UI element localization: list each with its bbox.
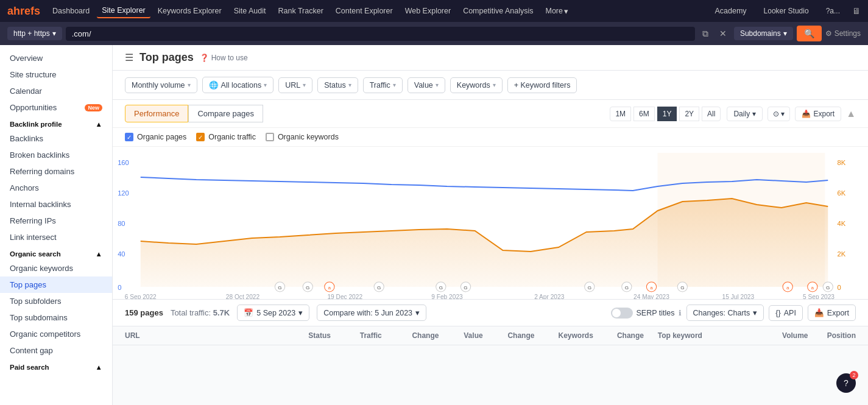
- col-value[interactable]: Value: [453, 331, 493, 340]
- subdomains-button[interactable]: Subdomains ▾: [734, 27, 793, 40]
- performance-tab[interactable]: Performance: [125, 105, 188, 122]
- status-filter[interactable]: Status ▾: [317, 77, 358, 93]
- col-change-keywords[interactable]: Change: [603, 331, 658, 340]
- nav-rank-tracker[interactable]: Rank Tracker: [273, 4, 328, 18]
- nav-looker-studio[interactable]: Looker Studio: [759, 4, 814, 18]
- how-to-use-link[interactable]: ❓ How to use: [200, 54, 248, 62]
- organic-traffic-checkbox[interactable]: ✓: [196, 133, 205, 141]
- sidebar: Overview Site structure Calendar Opportu…: [0, 45, 113, 405]
- svg-text:a: a: [328, 285, 331, 291]
- nav-more[interactable]: More ▾: [540, 4, 573, 18]
- traffic-filter[interactable]: Traffic ▾: [363, 77, 403, 93]
- nav-dashboard[interactable]: Dashboard: [48, 4, 94, 18]
- keyword-filters-button[interactable]: + Keyword filters: [507, 77, 577, 93]
- compare-pages-tab[interactable]: Compare pages: [188, 105, 263, 122]
- nav-academy[interactable]: Academy: [710, 4, 751, 18]
- sidebar-item-link-intersect[interactable]: Link intersect: [0, 229, 112, 245]
- sidebar-item-opportunities[interactable]: Opportunities New: [0, 99, 112, 116]
- organic-keywords-checkbox[interactable]: [266, 133, 274, 141]
- sidebar-item-top-subfolders[interactable]: Top subfolders: [0, 293, 112, 309]
- clear-url-button[interactable]: ✕: [716, 26, 730, 41]
- col-volume[interactable]: Volume: [760, 331, 808, 340]
- opportunities-badge: New: [85, 104, 102, 111]
- col-change-value[interactable]: Change: [494, 331, 549, 340]
- menu-icon[interactable]: ☰: [125, 52, 133, 63]
- nav-user[interactable]: ?a...: [821, 4, 845, 18]
- api-button[interactable]: {} API: [769, 305, 803, 321]
- settings-button[interactable]: ⚙ Settings: [825, 29, 861, 38]
- all-locations-filter[interactable]: 🌐 All locations ▾: [202, 77, 274, 93]
- 2y-button[interactable]: 2Y: [679, 107, 699, 121]
- serp-toggle-switch[interactable]: [611, 308, 633, 319]
- export-chart-button[interactable]: 📥 Export: [795, 107, 841, 121]
- logo[interactable]: ahrefs: [7, 5, 40, 18]
- nav-web-explorer[interactable]: Web Explorer: [400, 4, 456, 18]
- col-position[interactable]: Position: [808, 331, 856, 340]
- serp-titles-info-icon[interactable]: ℹ: [679, 309, 682, 317]
- sidebar-item-anchors[interactable]: Anchors: [0, 180, 112, 196]
- help-button[interactable]: ? 2: [836, 373, 856, 393]
- svg-text:80: 80: [118, 220, 125, 227]
- daily-button[interactable]: Daily ▾: [727, 107, 763, 121]
- backlink-profile-section[interactable]: Backlink profile ▲: [0, 116, 112, 130]
- 1m-button[interactable]: 1M: [610, 107, 631, 121]
- value-filter[interactable]: Value ▾: [408, 77, 445, 93]
- col-url[interactable]: URL: [125, 331, 295, 340]
- organic-search-section[interactable]: Organic search ▲: [0, 245, 112, 260]
- 6m-button[interactable]: 6M: [633, 107, 655, 121]
- filters-bar: Monthly volume ▾ 🌐 All locations ▾ URL ▾…: [113, 71, 868, 100]
- chart-legend: ✓ Organic pages ✓ Organic traffic Organi…: [113, 128, 868, 147]
- col-traffic[interactable]: Traffic: [344, 331, 398, 340]
- sidebar-item-top-pages[interactable]: Top pages: [0, 276, 112, 293]
- table-header: URL Status Traffic Change Value Change K…: [113, 326, 868, 345]
- monitor-icon: 🖥: [852, 6, 861, 16]
- col-keywords[interactable]: Keywords: [548, 331, 603, 340]
- url-input[interactable]: [66, 27, 695, 41]
- all-button[interactable]: All: [702, 107, 721, 121]
- sidebar-item-referring-domains[interactable]: Referring domains: [0, 163, 112, 180]
- sidebar-item-overview[interactable]: Overview: [0, 50, 112, 66]
- url-bar: http + https ▾ ⧉ ✕ Subdomains ▾ 🔍 ⚙ Sett…: [0, 22, 868, 45]
- col-status[interactable]: Status: [295, 331, 344, 340]
- sidebar-item-referring-ips[interactable]: Referring IPs: [0, 213, 112, 229]
- col-top-keyword[interactable]: Top keyword: [658, 331, 760, 340]
- legend-organic-pages[interactable]: ✓ Organic pages: [125, 133, 186, 141]
- paid-search-section[interactable]: Paid search ▲: [0, 359, 112, 373]
- nav-site-explorer[interactable]: Site Explorer: [97, 4, 150, 18]
- protocol-button[interactable]: http + https ▾: [7, 27, 62, 40]
- monthly-volume-filter[interactable]: Monthly volume ▾: [125, 77, 197, 93]
- svg-text:a: a: [811, 285, 814, 291]
- nav-keywords-explorer[interactable]: Keywords Explorer: [153, 4, 227, 18]
- export-table-button[interactable]: 📥 Export: [808, 305, 856, 321]
- organic-pages-checkbox[interactable]: ✓: [125, 133, 133, 141]
- nav-content-explorer[interactable]: Content Explorer: [331, 4, 398, 18]
- nav-site-audit[interactable]: Site Audit: [229, 4, 271, 18]
- sidebar-item-top-subdomains[interactable]: Top subdomains: [0, 309, 112, 326]
- page-title: Top pages: [139, 51, 194, 64]
- svg-text:2K: 2K: [838, 250, 846, 258]
- open-new-tab-button[interactable]: ⧉: [699, 26, 712, 41]
- sidebar-item-backlinks[interactable]: Backlinks: [0, 130, 112, 147]
- 1y-button[interactable]: 1Y: [657, 107, 677, 121]
- legend-organic-traffic[interactable]: ✓ Organic traffic: [196, 133, 256, 141]
- compare-with-button[interactable]: Compare with: 5 Jun 2023 ▾: [317, 305, 426, 321]
- sidebar-item-site-structure[interactable]: Site structure: [0, 66, 112, 83]
- chart-container: Performance Compare pages 1M 6M 1Y 2Y Al…: [113, 100, 868, 300]
- sidebar-item-broken-backlinks[interactable]: Broken backlinks: [0, 147, 112, 163]
- sidebar-item-organic-keywords[interactable]: Organic keywords: [0, 260, 112, 276]
- col-change-traffic[interactable]: Change: [398, 331, 453, 340]
- sidebar-item-content-gap[interactable]: Content gap: [0, 342, 112, 359]
- legend-organic-keywords[interactable]: Organic keywords: [266, 133, 339, 141]
- url-filter[interactable]: URL ▾: [278, 77, 312, 93]
- globe-icon: 🌐: [209, 80, 219, 90]
- sidebar-item-calendar[interactable]: Calendar: [0, 83, 112, 99]
- keywords-filter[interactable]: Keywords ▾: [450, 77, 503, 93]
- nav-competitive-analysis[interactable]: Competitive Analysis: [458, 4, 538, 18]
- changes-charts-button[interactable]: Changes: Charts ▾: [686, 305, 764, 321]
- sidebar-item-internal-backlinks[interactable]: Internal backlinks: [0, 196, 112, 213]
- chart-collapse-button[interactable]: ▲: [846, 108, 856, 119]
- sidebar-item-organic-competitors[interactable]: Organic competitors: [0, 326, 112, 342]
- search-button[interactable]: 🔍: [797, 26, 822, 41]
- compare-button[interactable]: ⊙ ▾: [767, 107, 790, 121]
- date-picker-button[interactable]: 📅 5 Sep 2023 ▾: [237, 305, 309, 321]
